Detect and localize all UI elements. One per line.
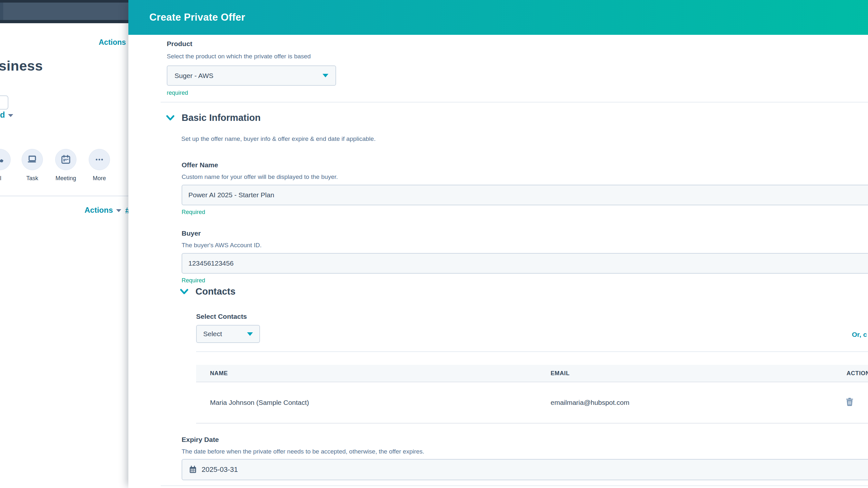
quick-action-task: Task (13, 149, 52, 182)
table-row: Maria Johnson (Sample Contact) emailmari… (196, 382, 868, 424)
product-select-value: Suger - AWS (175, 72, 214, 79)
contact-name-cell: Maria Johnson (Sample Contact) (196, 399, 551, 406)
product-select[interactable]: Suger - AWS (167, 65, 336, 86)
buyer-required-note: Required (182, 277, 205, 284)
call-icon (0, 154, 5, 165)
chevron-down-icon (116, 209, 121, 212)
select-contacts-dropdown[interactable]: Select (196, 325, 260, 343)
contacts-table-header: NAME EMAIL ACTION (196, 365, 868, 382)
stage-dropdown[interactable]: d (0, 110, 13, 120)
column-header-email: EMAIL (551, 370, 828, 377)
call-button[interactable] (0, 149, 11, 170)
contacts-title: Contacts (195, 286, 236, 297)
basic-information-title: Basic Information (182, 112, 260, 123)
section-divider (161, 102, 868, 102)
expiry-date-input[interactable]: 2025-03-31 (182, 459, 868, 480)
delete-contact-button[interactable] (845, 397, 854, 408)
quick-actions-row: ll Task (0, 149, 128, 184)
clipped-input-field[interactable] (0, 95, 8, 109)
sub-navigation-bar (0, 20, 128, 23)
more-icon (94, 154, 105, 165)
offer-name-label: Offer Name (182, 161, 218, 169)
task-button[interactable] (22, 149, 43, 170)
trash-icon (845, 397, 854, 406)
buyer-input[interactable] (182, 253, 868, 274)
footer-divider (161, 485, 868, 486)
top-edge-bar (0, 0, 128, 3)
expiry-date-label: Expiry Date (182, 436, 219, 444)
contacts-header: Contacts (180, 286, 236, 297)
quick-action-meeting: Meeting (46, 149, 85, 182)
create-private-offer-panel: Create Private Offer Product Select the … (128, 0, 868, 488)
chevron-down-icon (322, 74, 328, 77)
meeting-label: Meeting (46, 175, 85, 182)
task-icon (26, 154, 38, 165)
offer-name-required-note: Required (182, 209, 205, 216)
panel-title: Create Private Offer (149, 11, 245, 23)
buyer-help: The buyer's AWS Account ID. (182, 242, 261, 249)
top-nav-dark-segment (0, 3, 3, 20)
expiry-date-value: 2025-03-31 (202, 465, 238, 474)
background-page: Actions siness d ll (0, 0, 128, 488)
select-contacts-value: Select (203, 330, 222, 338)
select-contacts-label: Select Contacts (196, 313, 247, 320)
buyer-label: Buyer (182, 229, 201, 237)
basic-information-header: Basic Information (166, 112, 260, 123)
product-label: Product (167, 40, 192, 48)
contact-action-cell (828, 397, 868, 408)
chevron-down-icon (166, 115, 175, 122)
card-actions-dropdown[interactable]: Actions (85, 206, 121, 215)
collapse-contacts-button[interactable] (180, 288, 188, 295)
card-actions-label: Actions (85, 206, 113, 214)
expiry-date-help: The date before when the private offer n… (182, 448, 424, 455)
chevron-down-icon (180, 288, 188, 295)
more-button[interactable] (89, 149, 110, 170)
offer-name-input[interactable] (182, 185, 868, 205)
contact-email-cell: emailmaria@hubspot.com (551, 399, 828, 406)
contacts-divider (196, 351, 868, 352)
collapse-basic-information-button[interactable] (166, 115, 175, 122)
product-help: Select the product on which the private … (167, 53, 311, 60)
screen: Actions siness d ll (0, 0, 868, 488)
chevron-down-icon (247, 332, 253, 336)
card-divider (0, 196, 128, 196)
quick-action-more: More (80, 149, 119, 182)
meeting-button[interactable] (55, 149, 76, 170)
stage-dropdown-label: d (0, 110, 5, 119)
clipped-icon: # (125, 206, 128, 215)
column-header-action: ACTION (828, 370, 868, 377)
top-navigation-bar (0, 3, 128, 20)
more-label: More (80, 175, 119, 182)
record-actions-link[interactable]: Actions (99, 38, 126, 47)
meeting-icon (60, 154, 71, 165)
panel-header: Create Private Offer (128, 0, 868, 35)
column-header-name: NAME (196, 370, 551, 377)
offer-name-help: Custom name for your offer will be displ… (182, 173, 338, 181)
or-create-contact-link[interactable]: Or, c (852, 331, 867, 338)
contacts-table: NAME EMAIL ACTION Maria Johnson (Sample … (196, 365, 868, 424)
product-required-note: required (167, 90, 188, 96)
calendar-icon (189, 465, 197, 474)
task-label: Task (13, 175, 52, 182)
chevron-down-icon (8, 114, 13, 117)
company-name-heading: siness (0, 58, 43, 74)
basic-information-description: Set up the offer name, buyer info & offe… (181, 135, 375, 142)
